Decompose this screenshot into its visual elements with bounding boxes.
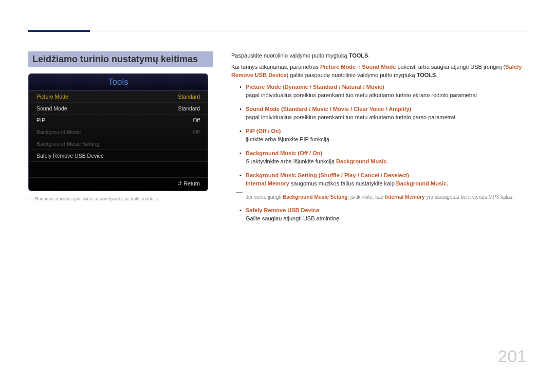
item-usb: Safely Remove USB Device Galite saugiau … <box>231 206 527 223</box>
tools-row-label: PIP <box>36 117 45 123</box>
tools-row-value: Standard <box>178 105 200 111</box>
dash-icon <box>236 192 243 193</box>
return-label: Return <box>183 180 200 186</box>
return-icon: ↻ <box>177 180 182 186</box>
tools-row-value: Standard <box>178 94 200 100</box>
sub-note: Jei norite įjungti Background Music Sett… <box>231 193 527 201</box>
section-heading: Leidžiamo turinio nustatymų keitimas <box>28 51 213 67</box>
item-pip: PIP (Off / On) įjunkite arba išjunkite P… <box>231 127 527 144</box>
tools-panel-title: Tools <box>29 74 208 91</box>
item-picture-mode: Picture Mode (Dynamic / Standard / Natur… <box>231 83 527 100</box>
tools-row-picture-mode: Picture Mode Standard <box>29 91 208 103</box>
tools-row-bgm-setting: Background Music Setting <box>29 138 208 150</box>
item-sound-mode: Sound Mode (Standard / Music / Movie / C… <box>231 105 527 122</box>
tools-row-label: Background Music <box>36 129 81 135</box>
tools-row-sound-mode: Sound Mode Standard <box>29 103 208 115</box>
tools-panel: Tools Picture Mode Standard Sound Mode S… <box>28 73 208 191</box>
footnote-dash: ― <box>28 196 33 201</box>
tools-row-label: Sound Mode <box>36 105 67 111</box>
page-number: 201 <box>497 346 527 366</box>
item-bgm-setting: Background Music Setting (Shuffle / Play… <box>231 171 527 188</box>
tools-row-label: Safely Remove USB Device <box>36 153 104 159</box>
top-rule <box>92 31 527 31</box>
tools-row-value: Off <box>193 117 200 123</box>
tools-footer: ↻Return <box>29 177 208 191</box>
body-text: Paspauskite nuotolinio valdymo pulto myg… <box>231 51 527 228</box>
item-bgm: Background Music (Off / On) Suaktyvinkit… <box>231 149 527 166</box>
tools-row-label: Background Music Setting <box>36 141 99 147</box>
tools-row-label: Picture Mode <box>36 94 68 100</box>
tools-row-value: Off <box>193 129 200 135</box>
footnote-text: Rodomas vaizdas gali skirtis atsižvelgia… <box>35 196 159 201</box>
tools-row-pip: PIP Off <box>29 115 208 126</box>
footnote: ―Rodomas vaizdas gali skirtis atsižvelgi… <box>28 196 213 201</box>
accent-bar <box>28 30 90 32</box>
tools-row-bgm: Background Music Off <box>29 126 208 138</box>
tools-row-usb: Safely Remove USB Device <box>29 150 208 162</box>
